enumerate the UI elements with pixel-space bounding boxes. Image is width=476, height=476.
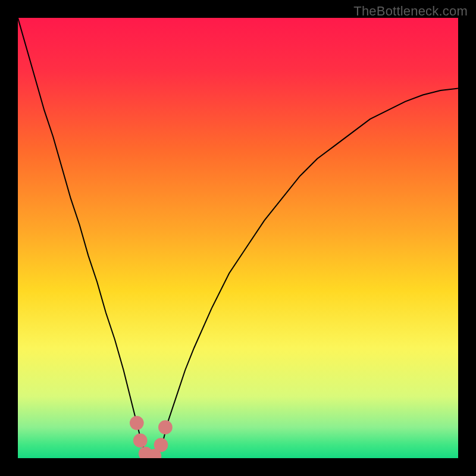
plot-area — [18, 18, 458, 458]
plot-svg — [18, 18, 458, 458]
watermark-text: TheBottleneck.com — [353, 4, 468, 19]
marker-dot — [158, 420, 173, 434]
marker-dot — [133, 434, 148, 448]
marker-dot — [154, 438, 168, 452]
figure-frame: TheBottleneck.com — [0, 0, 476, 476]
marker-dot — [130, 416, 144, 430]
gradient-background — [18, 18, 458, 458]
